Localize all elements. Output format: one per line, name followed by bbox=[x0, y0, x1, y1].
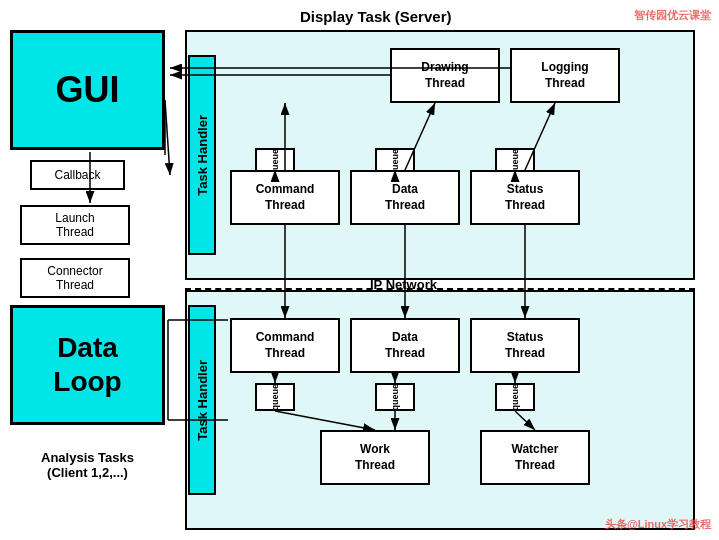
lower-command-thread-label: CommandThread bbox=[256, 330, 315, 361]
diagram: Display Task (Server) GUI Callback Launc… bbox=[0, 0, 719, 540]
upper-data-thread-label: DataThread bbox=[385, 182, 425, 213]
queue-lower-status-box: queue bbox=[495, 383, 535, 411]
analysis-tasks-label: Analysis Tasks(Client 1,2,...) bbox=[10, 450, 165, 480]
task-handler-upper: Task Handler bbox=[188, 55, 216, 255]
queue-lower-cmd-label: queue bbox=[270, 384, 280, 411]
queue-lower-data-box: queue bbox=[375, 383, 415, 411]
work-thread-label: WorkThread bbox=[355, 442, 395, 473]
watermark-top: 智传园优云课堂 bbox=[634, 8, 711, 23]
display-task-label: Display Task (Server) bbox=[300, 8, 451, 25]
data-loop-label: DataLoop bbox=[53, 331, 121, 398]
watcher-thread-label: WatcherThread bbox=[512, 442, 559, 473]
callback-label: Callback bbox=[54, 168, 100, 182]
connector-thread-box: ConnectorThread bbox=[20, 258, 130, 298]
task-handler-upper-label: Task Handler bbox=[195, 115, 210, 196]
lower-command-thread-box: CommandThread bbox=[230, 318, 340, 373]
callback-box: Callback bbox=[30, 160, 125, 190]
watcher-thread-box: WatcherThread bbox=[480, 430, 590, 485]
gui-box: GUI bbox=[10, 30, 165, 150]
ip-network-divider bbox=[185, 288, 695, 290]
drawing-thread-box: DrawingThread bbox=[390, 48, 500, 103]
gui-label: GUI bbox=[55, 69, 119, 111]
task-handler-lower: Task Handler bbox=[188, 305, 216, 495]
connector-thread-label: ConnectorThread bbox=[47, 264, 102, 292]
queue-lower-data-label: queue bbox=[390, 384, 400, 411]
launch-thread-box: LaunchThread bbox=[20, 205, 130, 245]
lower-data-thread-box: DataThread bbox=[350, 318, 460, 373]
task-handler-lower-label: Task Handler bbox=[195, 360, 210, 441]
upper-status-thread-label: StatusThread bbox=[505, 182, 545, 213]
data-loop-box: DataLoop bbox=[10, 305, 165, 425]
upper-status-thread-box: StatusThread bbox=[470, 170, 580, 225]
drawing-thread-label: DrawingThread bbox=[421, 60, 468, 91]
queue-lower-cmd-box: queue bbox=[255, 383, 295, 411]
watermark-bottom: 头条@Linux学习教程 bbox=[605, 517, 711, 532]
lower-data-thread-label: DataThread bbox=[385, 330, 425, 361]
upper-command-thread-label: CommandThread bbox=[256, 182, 315, 213]
upper-command-thread-box: CommandThread bbox=[230, 170, 340, 225]
work-thread-box: WorkThread bbox=[320, 430, 430, 485]
launch-thread-label: LaunchThread bbox=[55, 211, 94, 239]
logging-thread-label: LoggingThread bbox=[541, 60, 588, 91]
lower-status-thread-label: StatusThread bbox=[505, 330, 545, 361]
lower-status-thread-box: StatusThread bbox=[470, 318, 580, 373]
logging-thread-box: LoggingThread bbox=[510, 48, 620, 103]
queue-lower-status-label: queue bbox=[510, 384, 520, 411]
svg-line-2 bbox=[165, 100, 170, 175]
upper-data-thread-box: DataThread bbox=[350, 170, 460, 225]
